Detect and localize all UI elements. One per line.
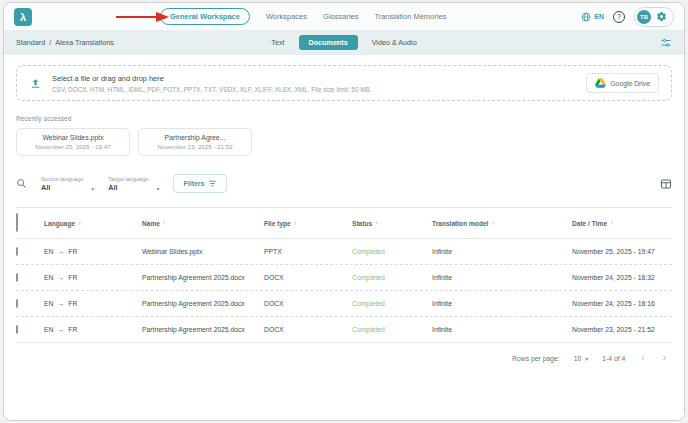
chevron-down-icon: ▾ (156, 185, 159, 192)
alexa-translations-logo[interactable]: λ (14, 8, 32, 26)
nav-item-general-workspace[interactable]: General Workspace (160, 8, 250, 25)
language-selector[interactable]: EN (581, 12, 604, 22)
annotation-arrow (114, 11, 170, 23)
file-type-cell: DOCX (264, 300, 352, 307)
date-cell: November 25, 2025 - 19:47 (572, 248, 672, 255)
sort-arrow-icon: ↑ (491, 220, 494, 226)
filter-row: Source language All ▾ Target language Al… (16, 174, 672, 193)
target-language-select[interactable]: Target language All ▾ (108, 176, 159, 192)
sort-arrow-icon: ↑ (375, 220, 378, 226)
avatar[interactable]: TB (637, 10, 651, 24)
documents-table: Language↑ Name↑ File type↑ Status↑ Trans… (16, 207, 672, 343)
file-type-cell: DOCX (264, 326, 352, 333)
arrow-right-icon: → (57, 326, 64, 333)
row-checkbox[interactable] (16, 299, 18, 308)
name-cell: Webinar Slides.pptx (142, 248, 264, 255)
recent-card-date: November 25, 2025 - 19:47 (29, 143, 117, 150)
globe-icon (581, 12, 591, 22)
table-row[interactable]: EN→FR Partnership Agreement 2025.docx DO… (16, 265, 672, 291)
table-row[interactable]: EN→FR Partnership Agreement 2025.docx DO… (16, 291, 672, 317)
account-pill: TB (634, 7, 674, 27)
row-checkbox[interactable] (16, 247, 18, 256)
logo-glyph: λ (20, 11, 26, 23)
rows-per-page-select[interactable]: 10 ▾ (574, 355, 589, 362)
help-icon[interactable]: ? (613, 11, 625, 23)
nav-item-glossaries[interactable]: Glossaries (323, 12, 358, 21)
filters-button[interactable]: Filters (173, 174, 227, 193)
main-content: Select a file or drag and drop here CSV,… (4, 55, 684, 420)
source-language-value: All (41, 183, 83, 192)
date-cell: November 24, 2025 - 18:32 (572, 274, 672, 281)
language-cell: EN→FR (44, 326, 142, 333)
source-language-select[interactable]: Source language All ▾ (41, 176, 94, 192)
filter-icon (208, 179, 217, 188)
select-all-checkbox[interactable] (16, 213, 18, 232)
content-type-tabs: Text Documents Video & Audio (261, 35, 426, 50)
target-language-value: All (108, 183, 148, 192)
google-drive-label: Google Drive (610, 80, 650, 87)
language-cell: EN→FR (44, 300, 142, 307)
language-code: EN (594, 13, 604, 20)
table-header-row: Language↑ Name↑ File type↑ Status↑ Trans… (16, 207, 672, 239)
row-checkbox[interactable] (16, 273, 18, 282)
model-cell: Infinite (432, 326, 572, 333)
google-drive-button[interactable]: Google Drive (586, 73, 659, 93)
status-badge: Completed (352, 248, 432, 255)
recently-accessed-title: Recently accessed (16, 115, 672, 122)
header-date-time[interactable]: Date / Time↑ (572, 220, 672, 227)
status-badge: Completed (352, 326, 432, 333)
header-name[interactable]: Name↑ (142, 220, 264, 227)
arrow-right-icon: → (57, 274, 64, 281)
chevron-down-icon: ▾ (585, 355, 588, 362)
breadcrumb-alexa-translations[interactable]: Alexa Translations (55, 38, 114, 47)
nav-item-workspaces[interactable]: Workspaces (266, 12, 307, 21)
header-language[interactable]: Language↑ (44, 220, 142, 227)
row-checkbox[interactable] (16, 325, 18, 334)
tab-video-audio[interactable]: Video & Audio (362, 35, 427, 50)
dropzone-subtitle: CSV, DOCX, HTM, HTML, IDML, PDF, POTX, P… (52, 86, 372, 93)
name-cell: Partnership Agreement 2025.docx (142, 274, 264, 281)
language-cell: EN→FR (44, 274, 142, 281)
name-cell: Partnership Agreement 2025.docx (142, 300, 264, 307)
date-cell: November 23, 2025 - 21:52 (572, 326, 672, 333)
chevron-down-icon: ▾ (91, 185, 94, 192)
table-view-icon[interactable] (660, 178, 672, 190)
file-type-cell: PPTX (264, 248, 352, 255)
header-translation-model[interactable]: Translation model↑ (432, 220, 572, 227)
file-type-cell: DOCX (264, 274, 352, 281)
target-language-label: Target language (108, 176, 148, 182)
page-range: 1-4 of 4 (602, 355, 625, 362)
breadcrumb-bar: Standard / Alexa Translations Text Docum… (4, 30, 684, 55)
header-status[interactable]: Status↑ (352, 220, 432, 227)
tune-icon[interactable] (660, 37, 672, 49)
name-cell: Partnership Agreement 2025.docx (142, 326, 264, 333)
tab-text[interactable]: Text (261, 35, 294, 50)
tab-documents[interactable]: Documents (299, 35, 358, 50)
dropzone-text: Select a file or drag and drop here CSV,… (52, 74, 372, 93)
recent-card[interactable]: Partnership Agree... November 23, 2025 -… (138, 128, 252, 156)
filters-label: Filters (183, 180, 204, 187)
breadcrumb: Standard / Alexa Translations (16, 38, 261, 47)
next-page-button[interactable]: › (661, 353, 668, 363)
table-row[interactable]: EN→FR Webinar Slides.pptx PPTX Completed… (16, 239, 672, 265)
google-drive-icon (595, 78, 606, 88)
top-navigation-bar: λ General Workspace Workspaces Glossarie… (4, 3, 684, 30)
file-dropzone[interactable]: Select a file or drag and drop here CSV,… (16, 65, 672, 101)
breadcrumb-standard[interactable]: Standard (16, 38, 45, 47)
nav-item-translation-memories[interactable]: Translation Memories (374, 12, 446, 21)
prev-page-button[interactable]: ‹ (639, 353, 646, 363)
model-cell: Infinite (432, 274, 572, 281)
recent-card[interactable]: Webinar Slides.pptx November 25, 2025 - … (16, 128, 130, 156)
status-badge: Completed (352, 300, 432, 307)
recent-card-name: Webinar Slides.pptx (29, 134, 117, 141)
source-language-label: Source language (41, 176, 83, 182)
arrow-right-icon: → (57, 248, 64, 255)
status-badge: Completed (352, 274, 432, 281)
header-file-type[interactable]: File type↑ (264, 220, 352, 227)
language-cell: EN→FR (44, 248, 142, 255)
upload-icon (29, 77, 42, 90)
search-icon[interactable] (16, 178, 27, 189)
table-row[interactable]: EN→FR Partnership Agreement 2025.docx DO… (16, 317, 672, 343)
model-cell: Infinite (432, 300, 572, 307)
gear-icon[interactable] (656, 11, 667, 22)
